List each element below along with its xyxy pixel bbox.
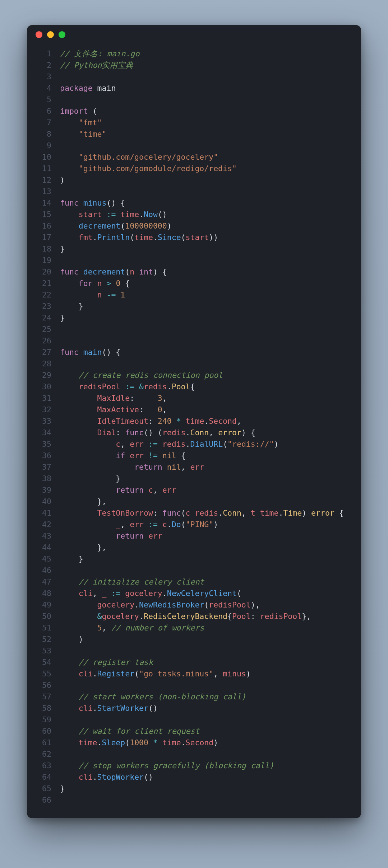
code-content[interactable]: IdleTimeout: 240 * time.Second, [60, 416, 241, 427]
code-content[interactable] [60, 186, 65, 197]
code-line[interactable]: 40 }, [27, 496, 361, 507]
code-content[interactable]: for n > 0 { [60, 278, 130, 289]
code-line[interactable]: 3 [27, 71, 361, 83]
traffic-light-close-icon[interactable] [36, 31, 42, 38]
code-line[interactable]: 59 [27, 714, 361, 726]
code-line[interactable]: 64 cli.StopWorker() [27, 771, 361, 783]
code-line[interactable]: 61 time.Sleep(1000 * time.Second) [27, 737, 361, 749]
code-content[interactable]: start := time.Now() [60, 209, 167, 220]
code-line[interactable]: 37 return nil, err [27, 461, 361, 473]
code-content[interactable] [60, 645, 65, 657]
code-content[interactable]: // create redis connection pool [60, 370, 223, 381]
code-line[interactable]: 48 cli, _ := gocelery.NewCeleryClient( [27, 588, 361, 599]
code-line[interactable]: 20func decrement(n int) { [27, 266, 361, 278]
code-content[interactable]: package main [60, 83, 116, 94]
code-content[interactable]: n -= 1 [60, 289, 125, 301]
code-line[interactable]: 16 decrement(100000000) [27, 220, 361, 232]
code-content[interactable]: ) [60, 174, 65, 186]
code-line[interactable]: 30 redisPool := &redis.Pool{ [27, 381, 361, 393]
code-content[interactable] [60, 794, 65, 806]
code-content[interactable]: "fmt" [60, 117, 102, 128]
code-content[interactable]: redisPool := &redis.Pool{ [60, 381, 195, 393]
code-content[interactable]: 5, // number of workers [60, 622, 204, 634]
code-line[interactable]: 42 _, err := c.Do("PING") [27, 519, 361, 530]
code-content[interactable]: c, err := redis.DialURL("redis://") [60, 438, 278, 450]
code-content[interactable]: cli.StartWorker() [60, 703, 158, 714]
code-line[interactable]: 44 }, [27, 542, 361, 553]
code-content[interactable]: } [60, 783, 65, 794]
code-line[interactable]: 36 if err != nil { [27, 450, 361, 461]
code-content[interactable] [60, 255, 65, 266]
code-content[interactable]: MaxActive: 0, [60, 404, 167, 416]
code-content[interactable]: TestOnBorrow: func(c redis.Conn, t time.… [60, 507, 344, 519]
code-content[interactable]: return nil, err [60, 461, 204, 473]
code-line[interactable]: 35 c, err := redis.DialURL("redis://") [27, 438, 361, 450]
code-line[interactable]: 45 } [27, 553, 361, 565]
code-line[interactable]: 39 return c, err [27, 484, 361, 496]
code-area[interactable]: 1// 文件名: main.go2// Python实用宝典3 4package… [27, 44, 361, 818]
code-line[interactable]: 1// 文件名: main.go [27, 48, 361, 60]
code-line[interactable]: 7 "fmt" [27, 117, 361, 128]
code-line[interactable]: 52 ) [27, 634, 361, 645]
code-line[interactable]: 49 gocelery.NewRedisBroker(redisPool), [27, 599, 361, 611]
code-content[interactable]: cli.StopWorker() [60, 771, 153, 783]
code-content[interactable]: cli.Register("go_tasks.minus", minus) [60, 668, 251, 680]
code-line[interactable]: 23 } [27, 301, 361, 312]
code-content[interactable]: fmt.Println(time.Since(start)) [60, 232, 218, 243]
code-content[interactable] [60, 565, 65, 576]
code-line[interactable]: 46 [27, 565, 361, 576]
code-content[interactable]: if err != nil { [60, 450, 186, 461]
code-line[interactable]: 34 Dial: func() (redis.Conn, error) { [27, 427, 361, 438]
code-line[interactable]: 28 [27, 358, 361, 370]
code-content[interactable] [60, 140, 65, 151]
code-content[interactable] [60, 749, 65, 760]
code-content[interactable]: // stop workers gracefully (blocking cal… [60, 760, 274, 771]
code-line[interactable]: 24} [27, 312, 361, 324]
code-content[interactable]: } [60, 312, 65, 324]
code-line[interactable]: 62 [27, 749, 361, 760]
code-line[interactable]: 11 "github.com/gomodule/redigo/redis" [27, 163, 361, 174]
code-line[interactable]: 60 // wait for client request [27, 726, 361, 737]
traffic-light-minimize-icon[interactable] [47, 31, 54, 38]
code-line[interactable]: 9 [27, 140, 361, 151]
code-line[interactable]: 14func minus() { [27, 197, 361, 209]
code-line[interactable]: 54 // register task [27, 657, 361, 668]
code-content[interactable]: ) [60, 634, 83, 645]
code-line[interactable]: 8 "time" [27, 128, 361, 140]
code-content[interactable]: // register task [60, 657, 153, 668]
code-content[interactable] [60, 680, 65, 691]
code-line[interactable]: 38 } [27, 473, 361, 484]
code-line[interactable]: 43 return err [27, 530, 361, 542]
code-content[interactable] [60, 714, 65, 726]
code-line[interactable]: 2// Python实用宝典 [27, 60, 361, 71]
code-content[interactable]: }, [60, 542, 106, 553]
code-content[interactable]: } [60, 553, 83, 565]
code-line[interactable]: 4package main [27, 83, 361, 94]
code-content[interactable] [60, 324, 65, 335]
code-line[interactable]: 10 "github.com/gocelery/gocelery" [27, 151, 361, 163]
code-content[interactable]: } [60, 243, 65, 255]
code-content[interactable]: // wait for client request [60, 726, 199, 737]
code-line[interactable]: 56 [27, 680, 361, 691]
code-content[interactable]: }, [60, 496, 106, 507]
code-line[interactable]: 15 start := time.Now() [27, 209, 361, 220]
code-content[interactable]: return err [60, 530, 162, 542]
code-line[interactable]: 21 for n > 0 { [27, 278, 361, 289]
code-content[interactable]: func main() { [60, 347, 120, 358]
code-content[interactable]: MaxIdle: 3, [60, 393, 167, 404]
code-content[interactable]: "time" [60, 128, 106, 140]
code-content[interactable]: func decrement(n int) { [60, 266, 167, 278]
code-content[interactable]: } [60, 301, 83, 312]
code-content[interactable]: // 文件名: main.go [60, 48, 139, 60]
code-line[interactable]: 22 n -= 1 [27, 289, 361, 301]
code-line[interactable]: 19 [27, 255, 361, 266]
code-content[interactable]: decrement(100000000) [60, 220, 172, 232]
code-content[interactable]: &gocelery.RedisCeleryBackend{Pool: redis… [60, 611, 311, 622]
code-line[interactable]: 12) [27, 174, 361, 186]
code-line[interactable]: 6import ( [27, 105, 361, 117]
code-line[interactable]: 66 [27, 794, 361, 806]
code-line[interactable]: 50 &gocelery.RedisCeleryBackend{Pool: re… [27, 611, 361, 622]
code-line[interactable]: 5 [27, 94, 361, 105]
code-content[interactable]: "github.com/gocelery/gocelery" [60, 151, 218, 163]
code-line[interactable]: 33 IdleTimeout: 240 * time.Second, [27, 416, 361, 427]
